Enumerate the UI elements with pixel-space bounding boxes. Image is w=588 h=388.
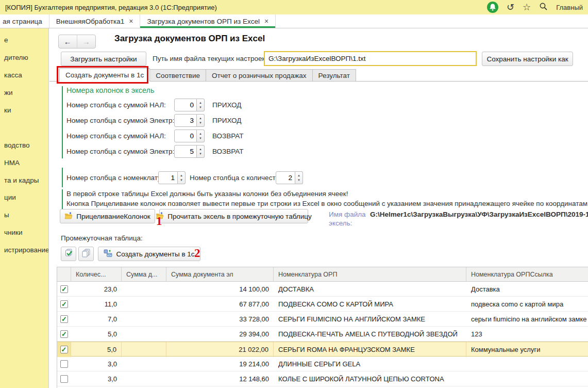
cell-quantity[interactable]: 23,0 (71, 282, 122, 297)
settings-path-input[interactable] (264, 51, 477, 66)
column-header-nomenclature[interactable]: Номенклатура ОРП (274, 267, 466, 282)
cell-nomenclature[interactable]: ДОСТАВКА (274, 282, 466, 297)
sidebar-item-operations[interactable]: ции (0, 189, 48, 206)
column-header-sum-doc[interactable]: Сумма д... (122, 267, 166, 282)
search-icon[interactable] (539, 2, 548, 12)
spin-down-icon[interactable]: ▼ (199, 106, 202, 109)
tab-external-processing[interactable]: ВнешняяОбработка1 × (49, 14, 141, 28)
column-header-nomenclature-ref[interactable]: Номенклатура ОРПСсылка (466, 267, 588, 282)
stepper-input[interactable] (174, 130, 197, 142)
cell-nomenclature-ref[interactable]: 123 (466, 327, 588, 342)
cell-nomenclature-ref[interactable]: Доставка (466, 282, 588, 297)
sidebar-item-salary-hr[interactable]: та и кадры (0, 171, 48, 189)
tab-result[interactable]: Результат (313, 69, 356, 82)
tab-start-page[interactable]: ая страница (0, 14, 49, 28)
stepper-input[interactable] (276, 171, 295, 184)
table-row[interactable]: 3,0 19 214,00 ДЛИННЫЕ СЕРЬГИ GELA (57, 357, 588, 371)
cell-nomenclature[interactable]: СЕРЬГИ ROMA НА ФРАНЦУЗСКОМ ЗАМКЕ (274, 342, 466, 357)
cell-nomenclature[interactable]: ДЛИННЫЕ СЕРЬГИ GELA (274, 357, 466, 371)
spin-down-icon[interactable]: ▼ (199, 121, 202, 124)
cell-nomenclature-ref[interactable]: Коммунальные услуги (466, 342, 588, 357)
stepper-input[interactable] (174, 99, 197, 111)
save-settings-button[interactable]: Сохранить настройки как (482, 52, 573, 66)
row-checkbox[interactable]: ✓ (60, 330, 68, 338)
row-checkbox[interactable]: ✓ (60, 315, 68, 323)
cell-sum-electronic[interactable]: 67 877,00 (166, 297, 274, 312)
row-checkbox[interactable] (60, 360, 68, 368)
cell-sum-doc[interactable] (122, 312, 166, 327)
sidebar-item-main[interactable]: е (0, 31, 48, 49)
close-icon[interactable]: × (264, 17, 268, 25)
cell-nomenclature-ref[interactable]: серьги fiumicino на английском замке (466, 312, 588, 327)
cell-sum-doc[interactable] (122, 327, 166, 342)
notifications-icon[interactable] (487, 2, 498, 13)
cell-quantity[interactable]: 3,0 (71, 357, 122, 371)
close-icon[interactable]: × (129, 17, 133, 25)
cell-sum-electronic[interactable]: 21 022,00 (166, 342, 274, 357)
cell-sum-doc[interactable] (122, 297, 166, 312)
forward-button[interactable]: → (77, 35, 96, 48)
cell-sum-electronic[interactable]: 33 728,00 (166, 312, 274, 327)
cell-nomenclature[interactable]: КОЛЬЕ С ШИРОКОЙ ЛАТУННОЙ ЦЕПЬЮ CORTONA (274, 371, 466, 386)
sidebar-item-warehouse[interactable] (0, 119, 48, 136)
back-button[interactable]: ← (59, 35, 77, 48)
spin-up-icon[interactable]: ▲ (199, 117, 202, 120)
cell-quantity[interactable]: 7,0 (71, 312, 122, 327)
spin-up-icon[interactable]: ▲ (199, 101, 202, 104)
cell-sum-doc[interactable] (122, 342, 166, 357)
spin-down-icon[interactable]: ▼ (199, 137, 202, 140)
cell-nomenclature[interactable]: ПОДВЕСКА-ПЕЧАТЬ AMELIA С ПУТЕВОДНОЙ ЗВЕЗ… (274, 327, 466, 342)
table-row[interactable]: 3,0 12 148,60 КОЛЬЕ С ШИРОКОЙ ЛАТУННОЙ Ц… (57, 371, 588, 386)
row-checkbox[interactable]: ✓ (60, 346, 68, 353)
sidebar-item-reports[interactable]: ы (0, 206, 48, 224)
cell-quantity[interactable]: 5,0 (71, 342, 122, 357)
table-row[interactable]: ✓ 5,0 29 394,00 ПОДВЕСКА-ПЕЧАТЬ AMELIA С… (57, 327, 588, 342)
row-checkbox[interactable] (60, 375, 68, 383)
cell-sum-doc[interactable] (122, 371, 166, 386)
tab-retail-sales-report[interactable]: Отчет о розничных продажах (206, 69, 312, 82)
cell-nomenclature-ref[interactable] (466, 371, 588, 386)
tab-create-documents[interactable]: Создать документы в 1с (59, 68, 150, 82)
table-row[interactable]: ✓ 7,0 33 728,00 СЕРЬГИ FIUMICINO НА АНГЛ… (57, 312, 588, 327)
sidebar-item-purchases[interactable]: ки (0, 102, 48, 119)
sidebar-item-directories[interactable]: чники (0, 224, 48, 241)
sidebar-item-bank-cash[interactable]: касса (0, 67, 48, 84)
tab-correspondence[interactable]: Соответствие (150, 69, 206, 82)
sidebar-item-manager[interactable]: дителю (0, 49, 48, 67)
cell-sum-doc[interactable] (122, 282, 166, 297)
spin-up-icon[interactable]: ▲ (297, 174, 300, 177)
row-checkbox[interactable]: ✓ (60, 285, 68, 293)
sidebar-item-administration[interactable]: истрирование (0, 241, 48, 259)
cell-quantity[interactable]: 3,0 (71, 371, 122, 386)
tab-orp-excel-load[interactable]: Загрузка документов ОРП из Excel × (140, 14, 276, 28)
table-row[interactable]: ✓ 23,0 14 100,00 ДОСТАВКА Доставка (57, 282, 588, 297)
sidebar-item-sales[interactable]: жи (0, 84, 48, 102)
cell-sum-electronic[interactable]: 12 148,60 (166, 371, 274, 386)
cell-sum-doc[interactable] (122, 357, 166, 371)
table-row[interactable]: ✓ 11,0 67 877,00 ПОДВЕСКА COMO С КАРТОЙ … (57, 297, 588, 312)
cell-sum-electronic[interactable]: 29 394,00 (166, 327, 274, 342)
stepper-input[interactable] (174, 114, 197, 127)
row-checkbox[interactable]: ✓ (60, 300, 68, 308)
stepper-input[interactable] (158, 171, 178, 184)
create-documents-button[interactable]: Создать документы в 1с (98, 247, 200, 261)
sidebar-item-os-nma[interactable]: НМА (0, 154, 48, 171)
cell-sum-electronic[interactable]: 14 100,00 (166, 282, 274, 297)
cell-nomenclature-ref[interactable] (466, 357, 588, 371)
user-menu[interactable]: Главный (556, 4, 583, 11)
uncheck-all-button[interactable] (78, 247, 94, 261)
check-all-button[interactable] (61, 247, 76, 261)
history-icon[interactable]: ↺ (507, 3, 514, 12)
cell-quantity[interactable]: 5,0 (71, 327, 122, 342)
read-excel-button[interactable]: Прочитать эксель в промежуточную таблицу (159, 209, 308, 223)
spin-down-icon[interactable]: ▼ (199, 152, 202, 155)
column-header-checkbox[interactable] (57, 267, 71, 282)
stepper-input[interactable] (174, 145, 197, 158)
cell-nomenclature[interactable]: СЕРЬГИ FIUMICINO НА АНГЛИЙСКОМ ЗАМКЕ (274, 312, 466, 327)
spin-down-icon[interactable]: ▼ (297, 179, 300, 182)
load-settings-button[interactable]: Загрузить настройки (61, 52, 146, 66)
cell-nomenclature[interactable]: ПОДВЕСКА COMO С КАРТОЙ МИРА (274, 297, 466, 312)
column-header-quantity[interactable]: Количес... (71, 267, 122, 282)
column-header-sum-electronic[interactable]: Сумма документа эл (166, 267, 274, 282)
favorites-icon[interactable]: ☆ (523, 3, 531, 12)
